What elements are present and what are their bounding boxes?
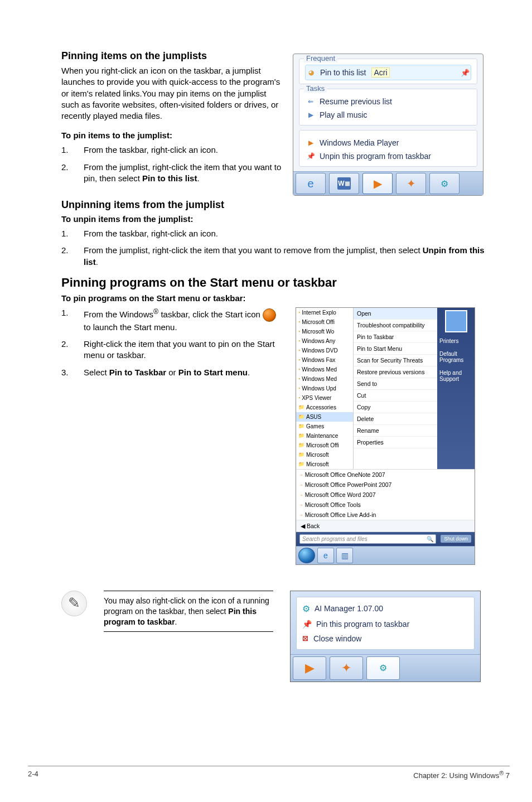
- program-icon: ▪: [298, 357, 300, 363]
- subhead-to-unpin-jumplist: To unpin items from the jumplist:: [61, 214, 491, 224]
- gear-icon: ⚙: [441, 178, 448, 189]
- step-number: 2.: [61, 162, 84, 185]
- context-menu-item[interactable]: Scan for Security Threats: [354, 355, 437, 366]
- context-menu-item[interactable]: Delete: [354, 413, 437, 425]
- jumplist-item-wmp[interactable]: ▶ Windows Media Player: [305, 136, 471, 149]
- start-menu-program-item[interactable]: 📁Maintenance: [296, 431, 353, 441]
- taskbar-button-active[interactable]: ⚙: [366, 656, 400, 680]
- start-menu-program-item[interactable]: 📁Accessories: [296, 403, 353, 412]
- jumplist-item-play-all[interactable]: ▶ Play all music: [305, 108, 471, 122]
- jumplist-item-pin-to-list[interactable]: ◕ Pin to this list Acri 📌: [305, 65, 471, 80]
- media-player-icon: ▶: [374, 177, 382, 190]
- start-menu-recent-item[interactable]: ▫Microsoft Office OneNote 2007: [296, 470, 475, 480]
- step-number: 2.: [61, 245, 84, 268]
- start-menu-recent-item[interactable]: ▫Microsoft Office Live Add-in: [296, 510, 475, 520]
- jumplist-group-frequent: Frequent: [304, 54, 337, 62]
- start-menu-program-label: XPS Viewer: [302, 395, 331, 401]
- start-menu-recent-item[interactable]: ▫Microsoft Office PowerPoint 2007: [296, 480, 475, 490]
- start-menu-program-item[interactable]: ▪Windows Any: [296, 336, 353, 346]
- start-menu-right-item[interactable]: Help and Support: [437, 366, 475, 385]
- step-text: From the jumplist, right-click the item …: [84, 162, 282, 185]
- ie-icon: e: [307, 177, 313, 190]
- step-text: Select Pin to Taskbar or Pin to Start me…: [84, 367, 284, 378]
- taskbar-button-wmp[interactable]: ▶: [362, 173, 393, 194]
- heading-unpin-jumplist: Unpinning items from the jumplist: [61, 199, 491, 211]
- taskbar-button-ie[interactable]: e: [296, 173, 326, 194]
- context-menu-item[interactable]: Pin to Start Menu: [354, 343, 437, 355]
- start-menu-program-item[interactable]: ▪Windows Fax: [296, 355, 353, 365]
- context-menu-item[interactable]: Rename: [354, 425, 437, 437]
- context-menu-item[interactable]: Cut: [354, 390, 437, 402]
- heading-pin-jumplists: Pinning items on the jumplists: [61, 50, 282, 62]
- start-menu-program-label: Windows Med: [302, 376, 337, 382]
- pin-icon[interactable]: 📌: [461, 69, 470, 77]
- jumplist-item-resume[interactable]: ⇐ Resume previous list: [305, 95, 471, 108]
- jumplist-item-label: Unpin this program from taskbar: [320, 152, 431, 161]
- start-menu-program-label: Windows Fax: [302, 357, 335, 363]
- start-menu-program-item[interactable]: ▪Microsoft Offi: [296, 317, 353, 327]
- context-menu-item[interactable]: Send to: [354, 378, 437, 390]
- start-menu-program-item[interactable]: ▪Windows Upd: [296, 384, 353, 393]
- start-menu-recent-programs: ▫Microsoft Office OneNote 2007▫Microsoft…: [296, 469, 475, 520]
- taskbar-button-app2[interactable]: ⚙: [429, 173, 460, 194]
- context-menu-item[interactable]: Restore previous versions: [354, 366, 437, 378]
- start-orb-button[interactable]: [298, 548, 315, 563]
- start-menu-right-item[interactable]: Printers: [437, 335, 475, 347]
- step-text-part: Select: [84, 368, 109, 377]
- taskbar-button-word[interactable]: W≣: [329, 173, 359, 194]
- folder-icon: 📁: [298, 423, 304, 429]
- start-menu-recent-item[interactable]: ▫Microsoft Office Tools: [296, 500, 475, 510]
- heading-pin-start-taskbar: Pinning programs on the Start menu or ta…: [61, 276, 491, 290]
- pin-icon: 📌: [302, 620, 312, 629]
- step-text-part: taskbar, click the Start icon: [158, 310, 263, 319]
- figure-jumplist: Frequent ◕ Pin to this list Acri 📌 Tasks…: [293, 54, 483, 196]
- taskbar-button-explorer[interactable]: ▥: [336, 548, 353, 563]
- ctx-item-pin[interactable]: 📌 Pin this program to taskbar: [299, 617, 472, 631]
- start-menu-program-item[interactable]: ▪Windows Med: [296, 365, 353, 374]
- page-number: 2-4: [28, 770, 38, 780]
- start-menu-back[interactable]: ◀ Back: [296, 520, 475, 532]
- start-menu-search-input[interactable]: Search programs and files 🔍: [299, 534, 436, 544]
- start-menu-program-item[interactable]: 📁Microsoft: [296, 460, 353, 469]
- figure-taskbar-context-menu: ⚙ AI Manager 1.07.00 📌 Pin this program …: [290, 591, 481, 682]
- start-menu-program-item[interactable]: ▪Windows DVD: [296, 346, 353, 355]
- start-menu-program-item[interactable]: ▪Internet Explo: [296, 308, 353, 317]
- step-number: 1.: [61, 228, 84, 239]
- context-menu-item[interactable]: Open: [354, 308, 437, 320]
- unpin-icon: 📌: [306, 152, 315, 161]
- note-text: You may also right-click on the icon of …: [104, 591, 273, 632]
- start-menu-program-item[interactable]: ▪Windows Med: [296, 374, 353, 384]
- context-menu-item[interactable]: Copy: [354, 402, 437, 413]
- recent-item-label: Microsoft Office OneNote 2007: [305, 471, 385, 478]
- search-placeholder: Search programs and files: [302, 536, 367, 542]
- folder-icon: 📁: [298, 433, 304, 438]
- shutdown-button[interactable]: Shut down: [441, 535, 471, 543]
- start-menu-program-item[interactable]: 📁Games: [296, 422, 353, 431]
- jumplist-item-unpin-taskbar[interactable]: 📌 Unpin this program from taskbar: [305, 149, 471, 163]
- ctx-item-title[interactable]: ⚙ AI Manager 1.07.00: [299, 601, 472, 617]
- jumplist-item-label: Windows Media Player: [320, 138, 399, 147]
- start-menu-program-item[interactable]: ▪XPS Viewer: [296, 393, 353, 403]
- taskbar-button-ie[interactable]: e: [317, 548, 334, 563]
- recent-item-label: Microsoft Office Tools: [305, 501, 361, 508]
- context-menu-item[interactable]: Properties: [354, 437, 437, 448]
- context-menu-item[interactable]: Pin to Taskbar: [354, 331, 437, 343]
- taskbar-button-wmp[interactable]: ▶: [293, 656, 326, 680]
- step-number: 1.: [61, 144, 84, 156]
- start-menu-program-item[interactable]: 📁ASUS: [296, 412, 353, 422]
- taskbar-button-app1[interactable]: ✦: [330, 656, 363, 680]
- jumplist-item-label: Pin to this list: [320, 68, 366, 77]
- start-menu-recent-item[interactable]: ▫Microsoft Office Word 2007: [296, 490, 475, 500]
- step-number: 1.: [61, 307, 84, 333]
- start-menu-program-label: Windows Med: [302, 366, 337, 373]
- context-menu-item[interactable]: Troubleshoot compatibility: [354, 320, 437, 331]
- program-icon: ▪: [298, 366, 300, 372]
- start-orb-icon: [263, 308, 276, 322]
- taskbar-button-app1[interactable]: ✦: [396, 173, 426, 194]
- ctx-item-close[interactable]: ⛝ Close window: [299, 631, 472, 646]
- start-menu-program-item[interactable]: 📁Microsoft Offi: [296, 441, 353, 450]
- start-menu-program-item[interactable]: ▪Microsoft Wo: [296, 327, 353, 336]
- start-menu-right-item[interactable]: Default Programs: [437, 347, 475, 366]
- taskbar: e W≣ ▶ ✦ ⚙: [293, 171, 483, 195]
- start-menu-program-item[interactable]: 📁Microsoft: [296, 450, 353, 460]
